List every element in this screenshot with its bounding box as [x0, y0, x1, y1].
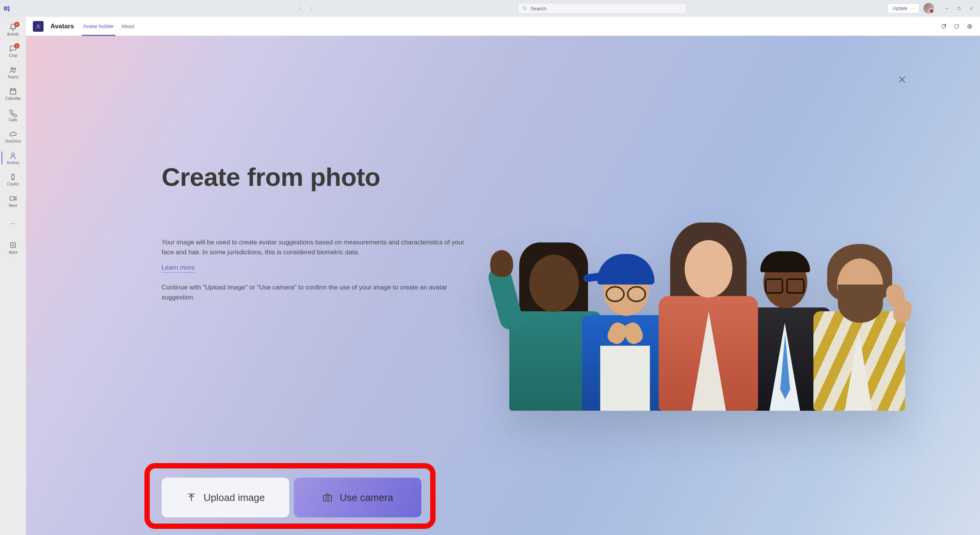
update-button[interactable]: Update ··· [888, 3, 920, 13]
rail-item-meet[interactable]: Meet [2, 190, 24, 211]
stage: Create from photo Your image will be use… [26, 36, 980, 535]
svg-rect-9 [10, 197, 15, 200]
more-icon: ··· [910, 6, 915, 11]
rail-item-avatars[interactable]: Avatars [2, 148, 24, 168]
rail-item-chat[interactable]: 1 Chat [2, 41, 24, 61]
svg-point-8 [11, 153, 14, 155]
globe-button[interactable] [966, 23, 973, 30]
svg-text:T: T [5, 7, 6, 10]
camera-icon [322, 492, 333, 503]
search-icon [522, 6, 528, 11]
activity-badge: 4 [14, 22, 19, 27]
tab-about[interactable]: About [121, 17, 134, 36]
search-placeholder: Search [531, 6, 546, 11]
learn-more-link[interactable]: Learn more [162, 264, 195, 273]
window-close-button[interactable] [965, 4, 977, 13]
info-paragraph-1: Your image will be used to create avatar… [162, 237, 475, 257]
user-avatar[interactable] [923, 3, 934, 14]
upload-icon [186, 492, 197, 503]
tab-avatar-builder[interactable]: Avatar builder [83, 17, 114, 36]
svg-point-1 [8, 6, 10, 8]
svg-point-6 [14, 68, 16, 70]
window-minimize-button[interactable] [941, 4, 952, 13]
svg-rect-4 [958, 7, 960, 10]
use-camera-button[interactable]: Use camera [294, 478, 421, 517]
popout-button[interactable] [940, 23, 947, 30]
svg-point-5 [11, 67, 13, 70]
rail-item-copilot[interactable]: Copilot [2, 169, 24, 190]
svg-rect-14 [323, 495, 331, 501]
rail-item-calendar[interactable]: Calendar [2, 83, 24, 104]
app-title: Avatars [50, 23, 74, 30]
refresh-button[interactable] [953, 23, 960, 30]
titlebar: T Search Update ··· [0, 0, 980, 17]
more-icon: ··· [9, 220, 17, 228]
svg-point-3 [523, 7, 526, 9]
nav-forward-button[interactable] [307, 4, 316, 13]
rail-item-more[interactable]: ··· [2, 213, 24, 234]
subheader: Avatars Avatar builder About [26, 17, 980, 36]
svg-rect-7 [10, 89, 16, 94]
svg-point-11 [37, 24, 39, 26]
search-input[interactable]: Search [518, 3, 686, 14]
svg-point-15 [326, 497, 329, 500]
rail-item-teams[interactable]: Teams [2, 62, 24, 83]
rail-item-onedrive[interactable]: OneDrive [2, 126, 24, 147]
upload-image-button[interactable]: Upload image [162, 478, 289, 517]
close-button[interactable] [897, 74, 907, 85]
chat-badge: 1 [14, 43, 19, 49]
avatar-group-illustration [505, 185, 903, 411]
headline: Create from photo [162, 162, 475, 192]
rail-item-calls[interactable]: Calls [2, 105, 24, 125]
avatars-app-icon [33, 21, 44, 32]
window-maximize-button[interactable] [953, 4, 965, 13]
rail-item-apps[interactable]: Apps [2, 237, 24, 258]
info-paragraph-2: Continue with "Upload image" or "Use cam… [162, 283, 475, 302]
nav-back-button[interactable] [296, 4, 305, 13]
rail-item-activity[interactable]: 4 Activity [2, 19, 24, 40]
teams-logo-icon: T [3, 5, 11, 12]
left-rail: 4 Activity 1 Chat Teams Calendar Calls O… [0, 17, 26, 535]
